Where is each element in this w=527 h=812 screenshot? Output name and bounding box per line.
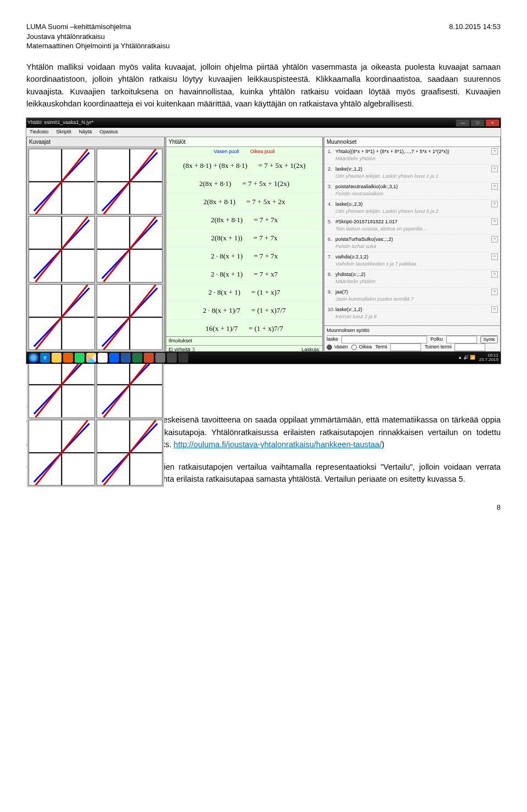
menubar: Tiedosto Skriptit Näytä Opastus (26, 128, 501, 137)
app3-icon[interactable] (178, 353, 188, 363)
radio-vasen-icon[interactable] (327, 345, 332, 350)
laske-label: laske (327, 336, 338, 343)
right-side-label: Oikea puoli (250, 148, 275, 156)
drive-icon[interactable] (86, 353, 96, 363)
start-icon[interactable] (29, 353, 38, 363)
page-header: LUMA Suomi –kehittämisohjelma Joustava y… (26, 22, 501, 51)
transform-row: 9.jaa(7)Jaoin kummallakin puolen termill… (324, 287, 500, 305)
powerpoint-icon[interactable] (144, 353, 154, 363)
toinen-label: Toinen termi (424, 343, 451, 351)
window-title: Yhtälö: esim01_vaaka1_N.jyr* (27, 119, 94, 127)
transform-row: 7.vaihda(o:2,1;2)Vaihdoin lausekkeiden x… (324, 252, 500, 270)
word-icon[interactable] (121, 353, 131, 363)
toinen-input[interactable] (455, 343, 485, 351)
delete-icon[interactable]: × (491, 236, 498, 243)
app2-icon[interactable] (167, 353, 177, 363)
taskbar-date: 23.7.2015 (479, 358, 498, 362)
transforms-title: Muunnokset (324, 137, 500, 147)
window-close-button[interactable]: × (485, 119, 500, 127)
ie-icon[interactable]: e (40, 353, 50, 363)
mini-plot[interactable] (29, 284, 95, 351)
polku-label: Polku (430, 336, 443, 343)
delete-icon[interactable]: × (491, 289, 498, 295)
app-screenshot: Yhtälö: esim01_vaaka1_N.jyr* — □ × Tiedo… (26, 118, 501, 364)
excel-icon[interactable] (132, 353, 142, 363)
radio-vasen-label: Vasen (334, 343, 348, 351)
termi-label: Termi (375, 343, 387, 351)
transform-row: 4.laske(o:,2,3)Otin yhteisen tekijän. La… (324, 200, 500, 217)
mini-plot[interactable] (97, 284, 163, 351)
app-icon[interactable] (155, 353, 165, 363)
equation-row: 2(8(x + 1))= 7 + 7x (166, 229, 322, 247)
paragraph-1: Yhtälön malliksi voidaan myös valita kuv… (26, 61, 501, 110)
window-min-button[interactable]: — (456, 119, 470, 127)
mini-plot[interactable] (97, 420, 163, 486)
transform-row: 3.poistaNeutraalialkio(oik:,3,1)Poistin … (324, 182, 500, 200)
transform-row: 1.Yhtalo((8*x + 8*1) + (8*x + 8*1),…,7 +… (324, 147, 500, 165)
mini-plot[interactable] (97, 216, 163, 283)
tray-icons[interactable]: ▲ 🔊 📶 (458, 356, 475, 360)
equation-row: 2 · 8(x + 1)= (1 + x)7 (166, 283, 322, 301)
transform-input-title: Muunnoksen syöttö (327, 327, 498, 336)
equation-row: 2 · 8(x + 1)= 7 + x7 (166, 265, 322, 283)
notifications-title: Ilmoitukset (166, 337, 322, 346)
syota-button[interactable]: Syötä (480, 336, 498, 343)
left-side-label: Vasen puoli (214, 148, 239, 156)
menu-help[interactable]: Opastus (99, 128, 118, 136)
header-date: 8.10.2015 14:53 (449, 22, 501, 51)
mini-plot[interactable] (29, 420, 95, 486)
header-line1: LUMA Suomi –kehittämisohjelma (26, 22, 170, 32)
delete-icon[interactable]: × (491, 201, 498, 207)
delete-icon[interactable]: × (491, 148, 498, 155)
explorer-icon[interactable] (52, 353, 61, 363)
transforms-panel: Muunnokset 1.Yhtalo((8*x + 8*1) + (8*x +… (324, 137, 501, 352)
transform-row: 10.laske(v:,1,2)Kerroin luvut 2 ja 8× (324, 305, 500, 323)
mini-plot[interactable] (29, 216, 95, 283)
equation-row: 2 · 8(x + 1)/7= (1 + x)7/7 (166, 301, 322, 319)
delete-icon[interactable]: × (491, 306, 498, 313)
dropbox-icon[interactable] (109, 353, 119, 363)
transform-row: 5.#Skripti-20157181822 1.017Tein laskun … (324, 217, 500, 235)
paragraph-2b: ) (382, 440, 384, 449)
equation-row: 2(8x + 8·1)= 7 + 5x + 2x (166, 193, 322, 211)
radio-oikea-icon[interactable] (351, 345, 357, 350)
laske-input[interactable] (341, 336, 427, 343)
delete-icon[interactable]: × (491, 183, 498, 190)
chrome-icon[interactable] (98, 353, 108, 363)
window-titlebar: Yhtälö: esim01_vaaka1_N.jyr* — □ × (26, 118, 501, 128)
termi-input[interactable] (390, 343, 421, 351)
taskbar: e ▲ 🔊 📶 10:11 23.7.2015 (26, 352, 501, 364)
transform-row: 8.yhdista(o:,:,2)Määrittelin yhtälön× (324, 270, 500, 287)
equation-list: (8x + 8·1) + (8x + 8·1)= 7 + 5x + 1(2x)2… (166, 156, 322, 336)
polku-input[interactable] (446, 336, 477, 343)
transform-row: 2.laske(v:,1,2)Otin yhteisen tekijän. La… (324, 165, 500, 182)
transforms-list: 1.Yhtalo((8*x + 8*1) + (8*x + 8*1),…,7 +… (324, 147, 500, 326)
equation-row: 2(8x + 8·1)= 7 + 5x + 1(2x) (166, 174, 322, 193)
equation-row: (8x + 8·1) + (8x + 8·1)= 7 + 5x + 1(2x) (166, 156, 322, 174)
mini-plot[interactable] (29, 149, 95, 215)
transform-input-bar: Muunnoksen syöttö laske Polku Syötä Vase… (324, 325, 500, 351)
link-hankkeen-taustaa[interactable]: http://ouluma.fi/joustava-yhtalonratkais… (173, 440, 382, 449)
menu-file[interactable]: Tiedosto (30, 128, 48, 136)
menu-scripts[interactable]: Skriptit (56, 128, 71, 136)
header-line2: Joustava yhtälönratkaisu (26, 32, 170, 42)
firefox-icon[interactable] (63, 353, 73, 363)
header-line3: Matemaattinen Ohjelmointi ja Yhtälönratk… (26, 41, 170, 51)
delete-icon[interactable]: × (491, 166, 498, 172)
mini-plot[interactable] (97, 149, 163, 215)
delete-icon[interactable]: × (491, 271, 498, 278)
delete-icon[interactable]: × (491, 253, 498, 260)
graphs-panel: Kuvaajat (26, 137, 165, 352)
equation-row: 2(8x + 8·1)= 7 + 7x (166, 211, 322, 229)
equations-title: Yhtälöt (166, 137, 322, 147)
transform-row: 6.poistaTurhaSulku(vas:,:,2)Poistin turh… (324, 235, 500, 252)
equations-panel: Yhtälöt Vasen puoli Oikea puoli (8x + 8·… (166, 137, 323, 352)
delete-icon[interactable]: × (491, 218, 498, 225)
graphs-title: Kuvaajat (27, 137, 164, 147)
window-max-button[interactable]: □ (470, 119, 485, 127)
equation-row: 2 · 8(x + 1)= 7 + 7x (166, 247, 322, 265)
spotify-icon[interactable] (75, 353, 85, 363)
menu-view[interactable]: Näytä (79, 128, 92, 136)
page-number: 8 (26, 502, 501, 513)
radio-oikea-label: Oikea (359, 343, 372, 351)
